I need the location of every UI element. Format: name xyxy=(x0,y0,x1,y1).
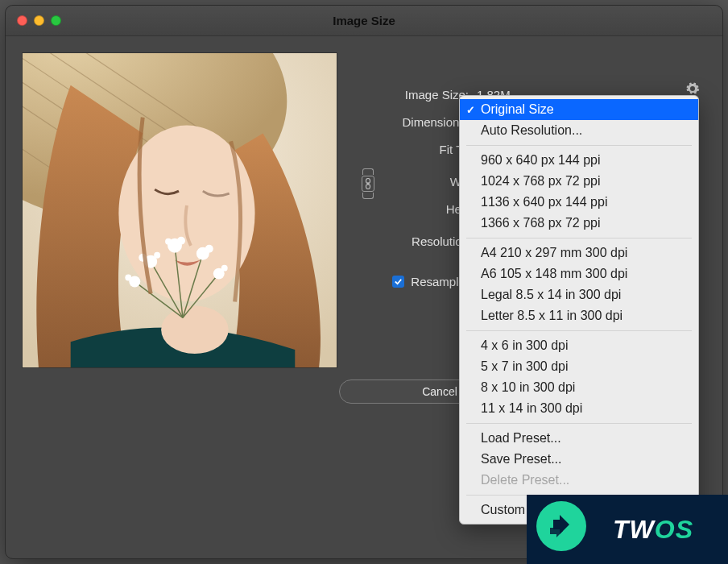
traffic-lights xyxy=(17,15,61,26)
svg-point-3 xyxy=(161,305,229,354)
menu-item[interactable]: 1366 x 768 px 72 ppi xyxy=(460,213,698,234)
menu-item[interactable]: 5 x 7 in 300 dpi xyxy=(460,356,698,377)
menu-item[interactable]: 1136 x 640 px 144 ppi xyxy=(460,192,698,213)
menu-item[interactable]: Auto Resolution... xyxy=(460,120,698,141)
forward-icon xyxy=(548,513,574,539)
link-icon xyxy=(364,178,372,189)
menu-separator xyxy=(466,423,692,424)
photo-placeholder xyxy=(23,53,337,367)
menu-item[interactable]: Load Preset... xyxy=(460,428,698,449)
menu-separator xyxy=(466,330,692,331)
menu-item[interactable]: 1024 x 768 px 72 ppi xyxy=(460,171,698,192)
svg-point-18 xyxy=(221,265,228,272)
fit-to-dropdown[interactable]: Original SizeAuto Resolution...960 x 640… xyxy=(459,95,699,525)
window-title: Image Size xyxy=(6,14,722,27)
constrain-proportions[interactable] xyxy=(358,168,378,217)
menu-item[interactable]: A6 105 x 148 mm 300 dpi xyxy=(460,263,698,284)
menu-item[interactable]: 11 x 14 in 300 dpi xyxy=(460,398,698,419)
menu-item[interactable]: Original Size xyxy=(460,99,698,120)
svg-point-16 xyxy=(205,245,213,253)
speech-bubble-icon xyxy=(536,501,586,551)
menu-separator xyxy=(466,238,692,238)
watermark-text: TWOS xyxy=(613,515,693,545)
menu-item[interactable]: Legal 8.5 x 14 in 300 dpi xyxy=(460,284,698,305)
menu-item[interactable]: A4 210 x 297 mm 300 dpi xyxy=(460,243,698,263)
cancel-button-label: Cancel xyxy=(422,385,457,398)
svg-point-13 xyxy=(177,237,185,245)
menu-item[interactable]: 8 x 10 in 300 dpi xyxy=(460,377,698,398)
svg-point-14 xyxy=(165,238,172,245)
svg-point-20 xyxy=(125,275,131,281)
zoom-button[interactable] xyxy=(51,15,61,26)
image-preview xyxy=(22,52,337,368)
titlebar: Image Size xyxy=(6,6,722,36)
menu-item[interactable]: 960 x 640 px 144 ppi xyxy=(460,150,698,171)
menu-item: Delete Preset... xyxy=(460,470,698,491)
menu-item[interactable]: Save Preset... xyxy=(460,449,698,470)
minimize-button[interactable] xyxy=(34,15,44,26)
menu-separator xyxy=(466,145,692,146)
svg-point-11 xyxy=(154,252,160,259)
close-button[interactable] xyxy=(17,15,27,26)
menu-item[interactable]: Letter 8.5 x 11 in 300 dpi xyxy=(460,305,698,326)
checkmark-icon xyxy=(394,277,403,286)
resample-checkbox[interactable] xyxy=(392,276,404,288)
menu-item[interactable]: 4 x 6 in 300 dpi xyxy=(460,335,698,356)
watermark: TWOS xyxy=(527,495,728,564)
